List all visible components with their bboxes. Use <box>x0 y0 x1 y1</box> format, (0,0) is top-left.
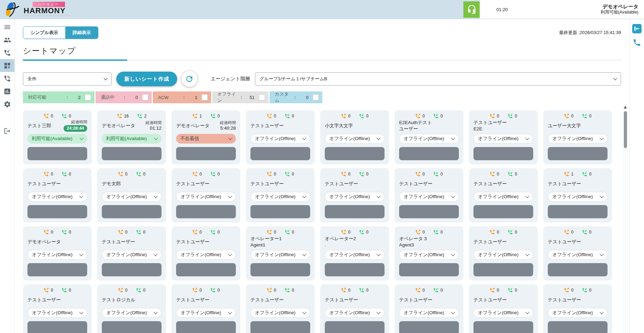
rail-phone-button[interactable] <box>633 38 641 48</box>
agent-status-select[interactable]: オフライン(Offline) <box>473 192 533 202</box>
agent-status-select[interactable]: オフライン(Offline) <box>102 308 162 318</box>
agent-status-value: オフライン(Offline) <box>106 310 147 316</box>
outgoing-call-count: 0 <box>571 288 573 293</box>
agent-name: テストユーザー <box>473 181 533 187</box>
view-mode-tabs: シンプル表示 詳細表示 <box>23 26 98 39</box>
seat-area-box <box>473 147 533 160</box>
outgoing-call-count: 1 <box>571 172 573 177</box>
sidebar-item-settings[interactable] <box>0 98 15 111</box>
sidebar-item-logout[interactable] <box>0 124 15 137</box>
agent-status-select[interactable]: 利用可能(Available) <box>102 134 162 144</box>
agent-name: テストユーザー <box>399 297 459 303</box>
agent-status-select[interactable]: オフライン(Offline) <box>102 192 162 202</box>
scroll-up-icon[interactable]: ▲ <box>622 104 628 110</box>
agent-status-value: オフライン(Offline) <box>32 252 73 258</box>
agent-status-select[interactable]: オフライン(Offline) <box>176 250 236 260</box>
incoming-call-icon <box>136 171 141 177</box>
chevron-down-icon <box>525 252 529 256</box>
scrollbar-thumb[interactable] <box>624 111 627 148</box>
seat-card: 0 0 テストユーザー オフライン(Offline) <box>172 284 240 333</box>
incoming-call-count: 0 <box>589 288 592 293</box>
agent-status-select[interactable]: オフライン(Offline) <box>473 250 533 260</box>
sheet-filter-select[interactable]: 全件 <box>23 72 112 86</box>
create-sheet-button[interactable]: 新しいシート作成 <box>116 72 177 86</box>
agent-status-select[interactable]: オフライン(Offline) <box>176 192 236 202</box>
status-segment-checkbox[interactable] <box>85 94 91 100</box>
agent-status-select[interactable]: オフライン(Offline) <box>325 308 385 318</box>
agent-status-select[interactable]: オフライン(Offline) <box>473 134 533 144</box>
agent-status-select[interactable]: オフライン(Offline) <box>250 308 310 318</box>
incoming-call-icon <box>284 229 290 235</box>
incoming-call-count: 0 <box>366 172 369 177</box>
agent-status-select[interactable]: オフライン(Offline) <box>27 250 87 260</box>
agent-status-select[interactable]: オフライン(Offline) <box>399 134 459 144</box>
incoming-call-icon <box>210 113 216 119</box>
outgoing-call-icon <box>564 229 569 235</box>
seat-area-box <box>399 147 459 160</box>
agent-status-select[interactable]: オフライン(Offline) <box>325 192 385 202</box>
outgoing-call-count: 0 <box>422 172 425 177</box>
page-title: シートマップ <box>23 46 621 56</box>
sidebar-item-agents[interactable] <box>0 33 15 46</box>
outgoing-call-count: 0 <box>497 114 499 119</box>
status-segment-checkbox[interactable] <box>142 94 148 100</box>
seat-area-box <box>548 321 608 333</box>
status-summary-bar: 対応可能 ： 2 通話中 ： 0 ACW ： 1 オフライン ： 51 カスタム… <box>23 91 621 103</box>
seat-card: 0 0 テストユーザー オフライン(Offline) <box>246 284 315 333</box>
agent-status-select[interactable]: オフライン(Offline) <box>250 250 310 260</box>
incoming-call-count: 0 <box>366 230 369 235</box>
tab-simple-view[interactable]: シンプル表示 <box>23 27 65 39</box>
grid-scrollbar[interactable]: ▲ <box>622 104 628 333</box>
outgoing-call-count: 0 <box>571 230 573 235</box>
agent-status-value: オフライン(Offline) <box>255 310 296 316</box>
incoming-call-icon <box>61 229 67 235</box>
agent-status-select[interactable]: オフライン(Offline) <box>473 308 533 318</box>
tab-detail-view[interactable]: 詳細表示 <box>65 27 98 39</box>
sidebar-item-phone-in-talk[interactable] <box>0 72 15 85</box>
incoming-call-icon <box>61 113 67 119</box>
seat-card: 0 0 テストユーザー オフライン(Offline) <box>172 168 240 222</box>
seat-area-box <box>473 205 533 218</box>
agent-hierarchy-select[interactable]: グループ1/チーム１/サブチームB <box>255 72 621 86</box>
agent-status-select[interactable]: オフライン(Offline) <box>27 308 87 318</box>
agent-status-select[interactable]: オフライン(Offline) <box>399 192 459 202</box>
refresh-icon <box>185 74 194 83</box>
status-segment-checkbox[interactable] <box>259 94 265 100</box>
sidebar-item-seat-map[interactable] <box>0 59 15 72</box>
sidebar-item-menu[interactable] <box>0 21 15 33</box>
agent-status-select[interactable]: オフライン(Offline) <box>548 192 608 202</box>
status-segment-checkbox[interactable] <box>201 94 208 100</box>
sidebar-item-phone-callback[interactable] <box>0 46 15 59</box>
agent-status-select[interactable]: オフライン(Offline) <box>325 134 385 144</box>
status-segment-label: 通話中 <box>101 94 122 100</box>
chevron-down-icon <box>600 194 603 198</box>
agent-status-select[interactable]: オフライン(Offline) <box>27 192 87 202</box>
agent-status-value: 利用可能(Available) <box>32 136 73 142</box>
agent-status-select[interactable]: 不在着信 <box>176 134 236 144</box>
status-segment-checkbox[interactable] <box>313 94 319 100</box>
agent-status-select[interactable]: オフライン(Offline) <box>176 308 236 318</box>
agent-status-select[interactable]: オフライン(Offline) <box>250 192 310 202</box>
status-segment-count: 0 <box>302 95 308 100</box>
agent-status-select[interactable]: オフライン(Offline) <box>250 134 310 144</box>
headset-button[interactable] <box>463 1 480 18</box>
sidebar-item-reports[interactable] <box>0 85 15 98</box>
chevron-down-icon <box>302 194 306 198</box>
right-rail <box>629 19 644 333</box>
phone-icon <box>633 38 641 47</box>
agent-status-select[interactable]: オフライン(Offline) <box>548 308 608 318</box>
incoming-call-icon <box>284 113 290 119</box>
exit-door-button[interactable] <box>632 24 642 33</box>
brand-name: HARMONY <box>24 6 71 16</box>
agent-status-select[interactable]: オフライン(Offline) <box>399 250 459 260</box>
agent-status-select[interactable]: オフライン(Offline) <box>102 250 162 260</box>
refresh-button[interactable] <box>181 71 197 87</box>
agent-status-select[interactable]: オフライン(Offline) <box>548 134 608 144</box>
agent-status-select[interactable]: オフライン(Offline) <box>399 308 459 318</box>
agent-status-select[interactable]: オフライン(Offline) <box>325 250 385 260</box>
agent-status-value: オフライン(Offline) <box>106 194 147 200</box>
agent-status-select[interactable]: オフライン(Offline) <box>548 250 608 260</box>
seat-area-box <box>176 205 236 218</box>
incoming-call-count: 0 <box>217 230 220 235</box>
agent-status-select[interactable]: 利用可能(Available) <box>27 134 87 144</box>
